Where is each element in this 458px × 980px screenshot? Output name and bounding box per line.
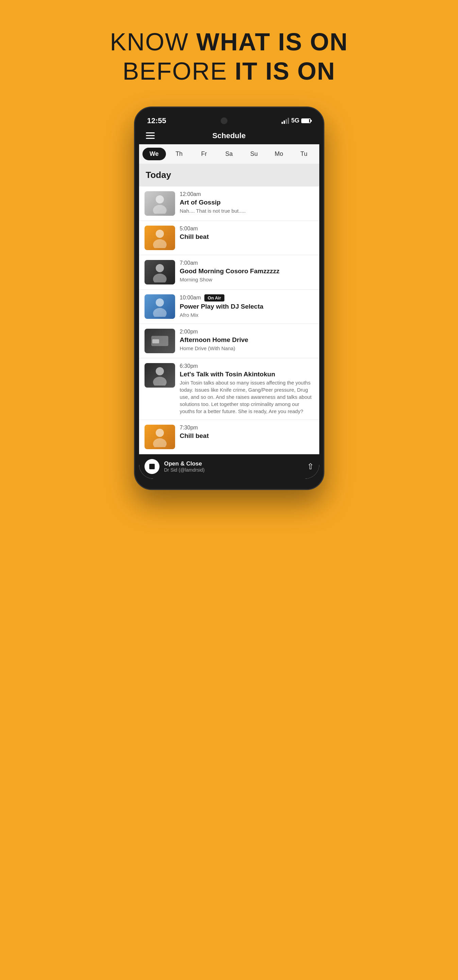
- chevron-up-icon[interactable]: ⇧: [307, 462, 314, 471]
- show-name-0: Art of Gossip: [180, 199, 314, 206]
- svg-point-3: [153, 239, 166, 248]
- hero-line2-bold: IT IS ON: [235, 57, 336, 85]
- today-header: Today: [139, 164, 319, 186]
- show-thumbnail-5: [144, 363, 175, 388]
- now-playing-bar: Open & Close Dr Sid (@lamdrsid) ⇧: [139, 454, 319, 479]
- show-time-2: 7:00am: [180, 260, 198, 266]
- hero-line1-light: KNOW: [110, 28, 196, 56]
- app-header: Schedule: [139, 127, 319, 144]
- svg-point-6: [156, 298, 164, 307]
- show-name-6: Chill beat: [180, 432, 314, 440]
- show-time-4: 2:00pm: [180, 329, 198, 335]
- status-icons: 5G: [282, 117, 311, 124]
- hero-line2-light: BEFORE: [122, 57, 235, 85]
- show-desc-5: Join Tosin talks about so many issues af…: [180, 379, 314, 415]
- svg-point-0: [156, 195, 164, 204]
- show-time-1: 5:00am: [180, 226, 198, 232]
- stop-button[interactable]: [144, 459, 160, 474]
- show-name-1: Chill beat: [180, 233, 314, 240]
- show-name-4: Afternoon Home Drive: [180, 336, 314, 344]
- show-desc-4: Home Drive (With Nana): [180, 345, 314, 352]
- schedule-item-6[interactable]: 7:30pm Chill beat: [139, 420, 319, 454]
- day-tab-tu[interactable]: Tu: [292, 148, 315, 160]
- show-desc-3: Afro Mix: [180, 311, 314, 318]
- show-info-4: 2:00pm Afternoon Home Drive Home Drive (…: [180, 329, 314, 352]
- status-bar: 12:55 5G: [139, 114, 319, 127]
- show-info-1: 5:00am Chill beat: [180, 226, 314, 242]
- now-playing-info: Open & Close Dr Sid (@lamdrsid): [164, 460, 302, 473]
- schedule-item-3[interactable]: 10:00am On Air Power Play with DJ Select…: [139, 290, 319, 324]
- stop-icon: [149, 464, 155, 469]
- schedule-item-4[interactable]: 2:00pm Afternoon Home Drive Home Drive (…: [139, 324, 319, 358]
- status-time: 12:55: [147, 116, 166, 125]
- show-thumbnail-0: [144, 191, 175, 216]
- svg-point-7: [153, 308, 166, 317]
- show-thumbnail-3: [144, 294, 175, 319]
- show-thumbnail-2: [144, 260, 175, 285]
- svg-point-11: [153, 377, 166, 385]
- show-name-2: Good Morning Cosoro Famzzzzz: [180, 267, 314, 275]
- svg-point-13: [153, 438, 166, 447]
- hero-line1-bold: WHAT IS ON: [196, 28, 348, 56]
- schedule-list: 12:00am Art of Gossip Nah.... That is no…: [139, 186, 319, 454]
- svg-point-12: [156, 429, 164, 437]
- show-name-3: Power Play with DJ Selecta: [180, 303, 314, 310]
- phone-frame: 12:55 5G Schedule We Th Fr Sa Su Mo Tu: [134, 107, 324, 490]
- schedule-item-2[interactable]: 7:00am Good Morning Cosoro Famzzzzz Morn…: [139, 255, 319, 290]
- schedule-item-0[interactable]: 12:00am Art of Gossip Nah.... That is no…: [139, 186, 319, 221]
- now-playing-title: Open & Close: [164, 460, 302, 467]
- svg-point-2: [156, 230, 164, 238]
- svg-rect-9: [152, 339, 159, 343]
- day-tab-sa[interactable]: Sa: [217, 148, 241, 160]
- hamburger-menu[interactable]: [146, 132, 155, 139]
- battery-icon: [301, 118, 311, 123]
- camera-notch: [221, 118, 227, 124]
- day-tab-th[interactable]: Th: [167, 148, 191, 160]
- show-info-2: 7:00am Good Morning Cosoro Famzzzzz Morn…: [180, 260, 314, 283]
- day-tab-fr[interactable]: Fr: [192, 148, 216, 160]
- svg-point-1: [153, 205, 166, 214]
- day-tabs: We Th Fr Sa Su Mo Tu: [139, 144, 319, 164]
- app-title: Schedule: [212, 131, 246, 140]
- day-tab-su[interactable]: Su: [242, 148, 266, 160]
- app-content: We Th Fr Sa Su Mo Tu Today: [139, 144, 319, 479]
- show-info-6: 7:30pm Chill beat: [180, 425, 314, 441]
- show-time-0: 12:00am: [180, 191, 201, 197]
- now-playing-subtitle: Dr Sid (@lamdrsid): [164, 467, 302, 473]
- day-tab-mo[interactable]: Mo: [267, 148, 291, 160]
- show-thumbnail-6: [144, 425, 175, 449]
- show-thumbnail-4: [144, 329, 175, 353]
- show-time-5: 6:30pm: [180, 363, 198, 369]
- show-info-5: 6:30pm Let's Talk with Tosin Akintokun J…: [180, 363, 314, 415]
- show-thumbnail-1: [144, 226, 175, 250]
- show-time-3: 10:00am: [180, 295, 201, 301]
- hero-section: KNOW WHAT IS ON BEFORE IT IS ON: [110, 27, 348, 86]
- show-name-5: Let's Talk with Tosin Akintokun: [180, 371, 314, 378]
- svg-point-10: [156, 367, 164, 375]
- show-info-0: 12:00am Art of Gossip Nah.... That is no…: [180, 191, 314, 215]
- svg-point-4: [156, 264, 164, 272]
- show-desc-0: Nah.... That is not true but.....: [180, 207, 314, 215]
- schedule-item-1[interactable]: 5:00am Chill beat: [139, 221, 319, 255]
- network-label: 5G: [291, 117, 299, 124]
- signal-icon: [282, 118, 289, 124]
- schedule-item-5[interactable]: 6:30pm Let's Talk with Tosin Akintokun J…: [139, 358, 319, 420]
- show-time-6: 7:30pm: [180, 425, 198, 431]
- day-tab-we[interactable]: We: [143, 148, 166, 160]
- svg-point-5: [153, 274, 166, 282]
- show-info-3: 10:00am On Air Power Play with DJ Select…: [180, 294, 314, 318]
- on-air-badge: On Air: [204, 294, 224, 301]
- show-desc-2: Morning Show: [180, 276, 314, 283]
